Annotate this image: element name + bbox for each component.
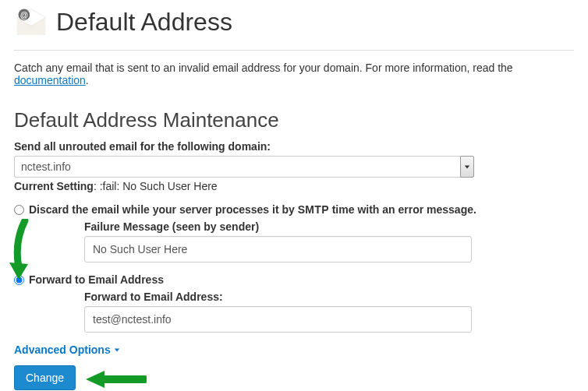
- current-setting: Current Setting: :fail: No Such User Her…: [14, 180, 574, 192]
- page-header: @ Default Address: [14, 0, 574, 51]
- failure-label: Failure Message (seen by sender): [84, 220, 574, 233]
- annotation-arrow-icon: [8, 219, 39, 281]
- button-row: Change: [14, 365, 574, 390]
- svg-marker-7: [114, 348, 119, 351]
- default-address-icon: @: [14, 5, 48, 39]
- chevron-down-icon[interactable]: [460, 156, 474, 178]
- advanced-label: Advanced Options: [14, 343, 111, 356]
- documentation-link[interactable]: documentation: [14, 74, 86, 86]
- forward-field-label: Forward to Email Address:: [84, 291, 574, 303]
- forward-label: Forward to Email Address: [29, 273, 164, 286]
- svg-text:@: @: [20, 11, 28, 19]
- failure-field-group: Failure Message (seen by sender): [84, 220, 574, 262]
- domain-select[interactable]: nctest.info: [14, 156, 474, 178]
- discard-label: Discard the email while your server proc…: [29, 203, 476, 216]
- svg-marker-8: [86, 371, 104, 388]
- current-setting-value: : :fail: No Such User Here: [94, 180, 218, 192]
- caret-down-icon: [114, 347, 120, 353]
- annotation-arrow-icon: [84, 368, 147, 390]
- smtp-text: SMTP: [298, 203, 329, 216]
- discard-radio[interactable]: [14, 205, 24, 215]
- discard-label-before: Discard the email while your server proc…: [29, 203, 298, 216]
- advanced-options-toggle[interactable]: Advanced Options: [14, 343, 120, 356]
- option-discard-row: Discard the email while your server proc…: [14, 203, 574, 216]
- intro-before: Catch any email that is sent to an inval…: [14, 62, 513, 74]
- page-title: Default Address: [56, 8, 232, 37]
- domain-label: Send all unrouted email for the followin…: [14, 140, 574, 153]
- intro-after: .: [86, 74, 89, 86]
- forward-field-group: Forward to Email Address:: [84, 291, 574, 333]
- current-setting-label: Current Setting: [14, 180, 94, 192]
- svg-marker-5: [465, 165, 469, 168]
- domain-select-value: nctest.info: [14, 156, 460, 178]
- discard-label-after: time with an error message.: [329, 203, 476, 216]
- forward-email-input[interactable]: [84, 306, 472, 333]
- intro-text: Catch any email that is sent to an inval…: [14, 62, 574, 86]
- section-title: Default Address Maintenance: [14, 108, 574, 132]
- forward-radio[interactable]: [14, 275, 24, 285]
- change-button[interactable]: Change: [14, 365, 76, 390]
- failure-message-input[interactable]: [84, 236, 472, 262]
- option-forward-row: Forward to Email Address: [14, 273, 574, 286]
